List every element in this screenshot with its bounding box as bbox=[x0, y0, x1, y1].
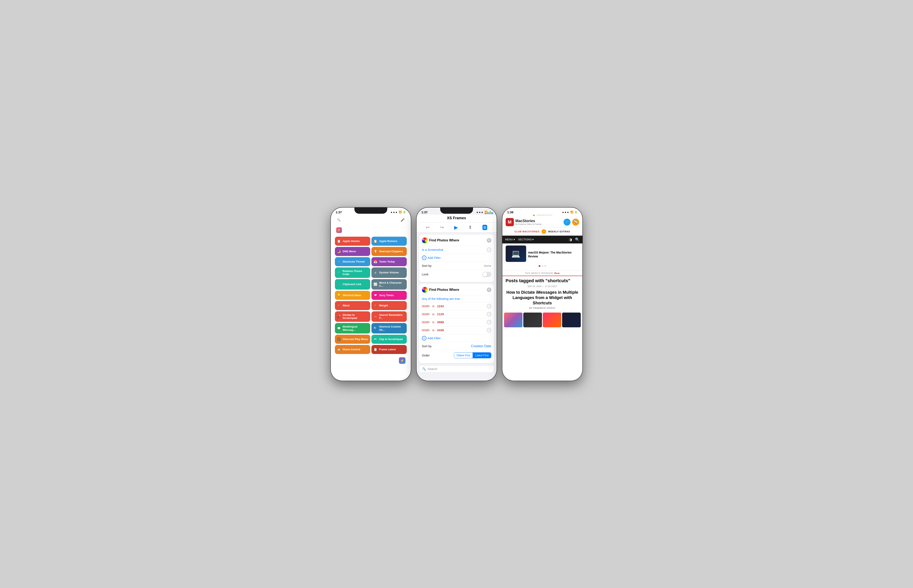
dot-3[interactable] bbox=[544, 265, 546, 267]
shortcut-overcast-chapters[interactable]: 🎙 Overcast Chapters bbox=[371, 247, 407, 256]
sort-row-2: Sort by Creation Date bbox=[422, 342, 491, 350]
find-photos-card-1: Find Photos Where ✕ Is a Screenshot − + … bbox=[419, 234, 494, 282]
post-title[interactable]: How to Dictate iMessages in Multiple Lan… bbox=[502, 288, 583, 307]
shortcut-word-character[interactable]: ⬜ Word & Character C... bbox=[371, 279, 407, 289]
add-filter-row-1[interactable]: + Add Filter bbox=[422, 254, 491, 262]
shortcut-dictate[interactable]: 🎤 Dictate to Scratchpad bbox=[335, 311, 370, 322]
remove-width-2688[interactable]: − bbox=[487, 320, 491, 325]
shortcut-overcast-play[interactable]: 🎧 Overcast Play Menu bbox=[335, 335, 370, 344]
rss-link[interactable]: 📡 bbox=[572, 219, 579, 226]
battery-icon: 🔋 bbox=[489, 211, 492, 213]
xs-search-bar[interactable]: 🔍 Search bbox=[419, 365, 494, 373]
club-label[interactable]: CLUB MACSTORIES bbox=[515, 230, 539, 233]
shortcut-icon: ❤ bbox=[374, 294, 377, 297]
shortcut-label: Clip to Scratchpad bbox=[379, 338, 405, 341]
thumbnail-2[interactable] bbox=[523, 313, 542, 327]
toggle-icon[interactable]: ⊞ bbox=[482, 225, 487, 230]
card2-title: Find Photos Where bbox=[429, 288, 459, 292]
width-filter-label: Width is 1125 bbox=[422, 312, 444, 316]
shortcut-search-reminders[interactable]: ··· Search Reminders F... bbox=[371, 311, 407, 322]
shortcut-tasks-today[interactable]: 📅 Tasks Today bbox=[371, 257, 407, 266]
remove-width-1125[interactable]: − bbox=[487, 312, 491, 317]
shortcut-shortcuts-thread[interactable]: 🐦 Shortcuts Thread bbox=[335, 257, 370, 266]
home-search-bar[interactable]: 🔍 Search 🎤 bbox=[334, 216, 408, 223]
shortcut-clip-scratchpad[interactable]: ✂ Clip to Scratchpad bbox=[371, 335, 407, 344]
shortcut-waist[interactable]: 🏃 Waist bbox=[335, 301, 370, 310]
shortcut-frame-latest[interactable]: 📋 Frame Latest bbox=[371, 345, 407, 354]
order-row: Order Oldest First Latest First bbox=[422, 350, 491, 360]
sections-nav-item[interactable]: SECTIONS ▾ bbox=[518, 238, 534, 241]
thumbnail-1[interactable] bbox=[504, 313, 523, 327]
shortcut-label: Shortcut Custom Sh... bbox=[379, 325, 405, 331]
oldest-first-button[interactable]: Oldest First bbox=[454, 352, 473, 358]
card1-title-area: Find Photos Where bbox=[422, 237, 459, 243]
shortcut-label: Search Reminders F... bbox=[379, 313, 405, 320]
share-icon[interactable]: ⬆ bbox=[468, 225, 472, 230]
undo-icon[interactable]: ↩ bbox=[426, 225, 429, 230]
shortcut-system-volume[interactable]: ≡ System Volume bbox=[371, 267, 407, 278]
shortcut-clipboard-link[interactable]: 📎 Clipboard Link bbox=[335, 279, 370, 289]
shortcut-custom-sh[interactable]: 🔍 Shortcut Custom Sh... bbox=[371, 323, 407, 333]
remove-width-2436[interactable]: − bbox=[487, 328, 491, 333]
sponsor-name[interactable]: Bear bbox=[555, 272, 560, 275]
play-button[interactable]: ▶ bbox=[454, 225, 458, 230]
xs-title: XS Frames bbox=[447, 216, 466, 220]
xs-nav-bar: Done XS Frames bbox=[417, 215, 497, 223]
shortcut-icon: 🔍 bbox=[374, 326, 377, 330]
extras-label[interactable]: WEEKLY EXTRAS bbox=[548, 230, 570, 233]
dot-1[interactable] bbox=[539, 265, 540, 267]
shortcut-icon: 🌙 bbox=[337, 250, 341, 253]
ms-club-bar: CLUB MACSTORIES 👑 WEEKLY EXTRAS bbox=[502, 228, 583, 236]
shortcut-label: Multilingual iMessag... bbox=[343, 325, 368, 331]
section-title: Posts tagged with "shortcuts" bbox=[502, 276, 583, 284]
remove-width-1242[interactable]: − bbox=[487, 304, 491, 309]
card1-header: Find Photos Where ✕ bbox=[422, 237, 491, 243]
shortcut-multilingual[interactable]: 💬 Multilingual iMessag... bbox=[335, 323, 370, 333]
ms-sponsor: THIS WEEK'S SPONSOR: Bear bbox=[502, 270, 583, 276]
add-filter-icon-2: + bbox=[422, 336, 426, 341]
shortcut-dnd-menu[interactable]: 🌙 DND Menu bbox=[335, 247, 370, 256]
shortcut-shortcut-ideas[interactable]: 💡 Shortcut Ideas bbox=[335, 291, 370, 300]
battery-icon: 🔋 bbox=[575, 211, 578, 213]
shortcut-icon: 🏃 bbox=[374, 304, 377, 307]
shortcut-redeem-itunes[interactable]: 🛒 Redeem iTunes Code bbox=[335, 267, 370, 278]
redo-icon[interactable]: ↪ bbox=[440, 225, 444, 230]
shortcut-label: Overcast Chapters bbox=[379, 250, 405, 253]
show-less-button[interactable]: Show Less bbox=[392, 228, 406, 231]
shortcut-icon: 📎 bbox=[337, 283, 341, 286]
card2-close-button[interactable]: ✕ bbox=[487, 288, 491, 292]
shortcut-label: Frame Latest bbox=[379, 348, 405, 351]
carousel-dots bbox=[506, 265, 579, 267]
shortcut-home-control[interactable]: 🏠 Home Control bbox=[335, 345, 370, 354]
search-nav-icon[interactable]: 🔍 bbox=[575, 237, 580, 242]
thumbnail-3[interactable] bbox=[543, 313, 562, 327]
card1-close-button[interactable]: ✕ bbox=[487, 238, 491, 242]
add-filter-row-2[interactable]: + Add Filter bbox=[422, 334, 491, 342]
phone-2-xs-frames: 1:37 ▲▲▲ 📶 🔋 Done XS Frames ↩ ↪ ▶ ⬆ ⊞ bbox=[417, 208, 497, 381]
remove-filter-button[interactable]: − bbox=[487, 247, 491, 252]
hero-image: 💻 bbox=[506, 246, 526, 262]
edit-button[interactable]: Edit bbox=[364, 372, 378, 380]
contrast-icon[interactable]: ◑ bbox=[569, 237, 572, 242]
status-time-3: 1:38 bbox=[507, 210, 513, 214]
shortcut-weight[interactable]: 🏃 Weight bbox=[371, 301, 407, 310]
limit-row: Limit bbox=[422, 270, 491, 279]
limit-toggle[interactable] bbox=[482, 272, 491, 277]
notch-1 bbox=[355, 208, 387, 214]
shortcut-apple-rumors[interactable]: 📋 Apple Rumors bbox=[371, 237, 407, 246]
dot-2[interactable] bbox=[542, 265, 543, 267]
status-icons-2: ▲▲▲ 📶 🔋 bbox=[476, 211, 492, 213]
twitter-link[interactable]: 🐦 bbox=[563, 219, 570, 226]
shortcut-apple-stories[interactable]: 📋 Apple Stories bbox=[335, 237, 370, 246]
shortcut-label: DND Menu bbox=[343, 250, 368, 253]
shortcut-label: Shortcut Ideas bbox=[343, 294, 368, 297]
shortcut-sexy-times[interactable]: ❤ Sexy Times bbox=[371, 291, 407, 300]
menu-nav-item[interactable]: MENU ▾ bbox=[505, 238, 515, 241]
battery-icon: 🔋 bbox=[403, 211, 406, 213]
notch-2 bbox=[440, 208, 473, 214]
signal-icon: ▲▲▲ bbox=[476, 211, 484, 213]
latest-first-button[interactable]: Latest First bbox=[473, 352, 491, 358]
sort-value-1: None bbox=[484, 264, 491, 267]
mic-icon: 🎤 bbox=[401, 218, 405, 222]
thumbnail-4[interactable] bbox=[562, 313, 581, 327]
